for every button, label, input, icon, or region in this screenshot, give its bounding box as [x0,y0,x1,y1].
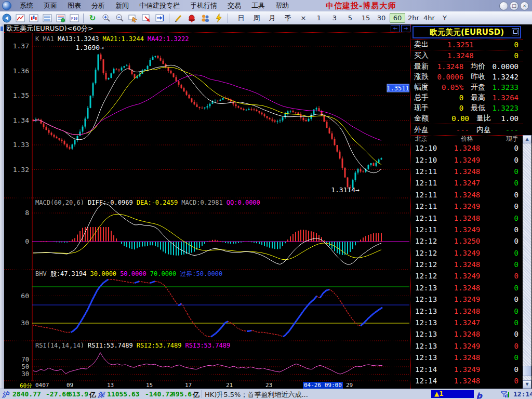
menu-工具[interactable]: 工具 [246,0,270,11]
menu-手机行情[interactable]: 手机行情 [185,0,222,11]
refresh-icon[interactable]: ↻ [86,12,99,23]
send-window-icon[interactable] [140,12,153,23]
quote-title: 欧元美元(EURUSD) [413,26,521,38]
buy-price: 1.3248 [443,51,485,60]
maximize-panel-icon[interactable] [512,28,519,35]
edit-icon[interactable] [172,12,184,23]
back-icon[interactable] [1,12,13,23]
x-tick: 29 [346,382,353,389]
period-15[interactable]: 15 [358,14,373,22]
close-button[interactable]: × [520,2,529,10]
report-icon[interactable] [55,12,67,23]
left-frame-strip[interactable] [0,24,4,389]
main-chart[interactable]: 1.371.361.351.341.331.32KMA1MA13:1.3243M… [4,33,409,381]
menu-bar: 系统页面图表分析新闻中信建投专栏手机行情交易工具帮助 [15,0,294,11]
scroll-up-icon[interactable]: ▲ [523,135,531,143]
svg-text:1.37: 1.37 [13,42,29,50]
flash-icon[interactable] [212,12,225,23]
period-季[interactable]: 季 [281,13,295,23]
period-2hr[interactable]: 2hr [406,14,421,22]
menu-图表[interactable]: 图表 [62,0,86,11]
period-5[interactable]: 5 [343,14,357,22]
tick-row: 12:131.32480 [411,328,523,340]
svg-text:1.3511: 1.3511 [387,85,409,92]
period-×[interactable]: × [296,14,311,22]
next-chart-button[interactable]: → [401,25,410,32]
sidebar-collapsed-icon[interactable] [1,26,3,31]
quote-list-icon[interactable] [41,12,54,23]
toolbar-separator [83,14,84,23]
svg-text:70.0000: 70.0000 [150,270,177,277]
period-月[interactable]: 月 [265,13,280,23]
next-page-icon[interactable] [154,12,166,23]
svg-text:50: 50 [22,363,29,370]
toolbar-icons: F10↻ [0,12,230,23]
drag-hand-icon[interactable] [127,12,139,23]
quote-scrollbar[interactable]: ▲ ▼ [523,135,531,389]
x-tick: 15 [146,382,153,389]
tick-row: 12:131.32480 [411,305,523,316]
svg-text:1.3114→: 1.3114→ [331,186,360,194]
tick-row: 12:111.32490 [411,201,523,212]
sell-price: 1.3251 [443,41,485,49]
period-周[interactable]: 周 [249,13,264,23]
scroll-thumb[interactable] [523,366,531,376]
svg-text:1.34: 1.34 [13,116,29,124]
quote-info-grid: 最新1.3248均价0.0000涨跌0.0006昨收1.3242幅度0.05%开… [411,61,523,124]
svg-text:0: 0 [25,237,29,245]
svg-text:↻: ↻ [89,14,96,23]
svg-text:50.0000: 50.0000 [120,270,147,277]
menu-新闻[interactable]: 新闻 [110,0,134,11]
zoom-out-icon[interactable] [113,12,126,23]
svg-text:K: K [35,35,39,43]
period-60[interactable]: 60 [390,13,405,23]
menu-帮助[interactable]: 帮助 [270,0,294,11]
sz-market-label[interactable]: 深 [98,390,104,399]
line-chart-icon[interactable] [14,12,26,23]
tick-row: 12:121.32500 [411,235,523,247]
menu-中信建投专栏[interactable]: 中信建投专栏 [134,0,185,11]
tick-row: 12:131.32470 [411,317,523,328]
menu-页面[interactable]: 页面 [38,0,62,11]
info-row: 幅度0.05%开盘1.3233 [411,82,523,92]
info-row: 最新1.3248均价0.0000 [411,61,523,72]
sh-market-label[interactable]: 沪 [2,390,9,399]
period-日[interactable]: 日 [234,13,248,23]
restore-button[interactable]: □ [510,2,518,10]
outer-label: 外盘 [411,125,439,135]
tick-row: 12:111.32480 [411,166,523,177]
period-1[interactable]: 1 [312,14,326,22]
minimize-button[interactable]: – [499,2,508,10]
news-ticker[interactable]: HK)升5.5%；首季盈利增近六成... [205,390,308,399]
tick-row: 12:121.32490 [411,247,523,259]
sz-index: 11055.63 [107,390,140,398]
tick-row: 12:121.32480 [411,259,523,270]
svg-text:MACD(60,20,6): MACD(60,20,6) [35,199,84,206]
tick-row: 12:121.32490 [411,270,523,282]
candlestick-icon[interactable] [28,12,40,23]
col-price: 价格 [446,135,488,143]
alert-badge[interactable]: ▲1 [431,390,474,398]
period-4hr[interactable]: 4hr [422,14,436,22]
f10-icon[interactable]: F10 [68,12,81,23]
period-Y[interactable]: Y [437,14,452,22]
menu-交易[interactable]: 交易 [222,0,246,11]
period-30[interactable]: 30 [374,14,389,22]
sh-amount: 613.9 [68,390,88,398]
scroll-down-icon[interactable]: ▼ [523,380,531,389]
status-bar: 沪 2840.77 -27.66 613.9 亿 深 11055.63 -140… [0,389,532,399]
prev-chart-button[interactable]: ← [391,25,400,32]
svg-text:F10: F10 [71,17,78,21]
menu-系统[interactable]: 系统 [15,0,38,11]
title-bar: 系统页面图表分析新闻中信建投专栏手机行情交易工具帮助 中信建投-博易大师 – □… [0,0,532,11]
zoom-in-icon[interactable] [100,12,112,23]
alarm-icon[interactable] [185,12,198,23]
info-row: 金额0.00量比1.00 [411,113,523,124]
app-logo-icon[interactable] [2,1,11,10]
x-tick: 0407 [35,382,49,389]
tick-list-header: 北京 价格 现手 [411,136,523,142]
users-icon[interactable] [199,12,211,23]
period-3[interactable]: 3 [327,14,342,22]
sh-change: -27.66 [46,390,70,398]
menu-分析[interactable]: 分析 [86,0,110,11]
